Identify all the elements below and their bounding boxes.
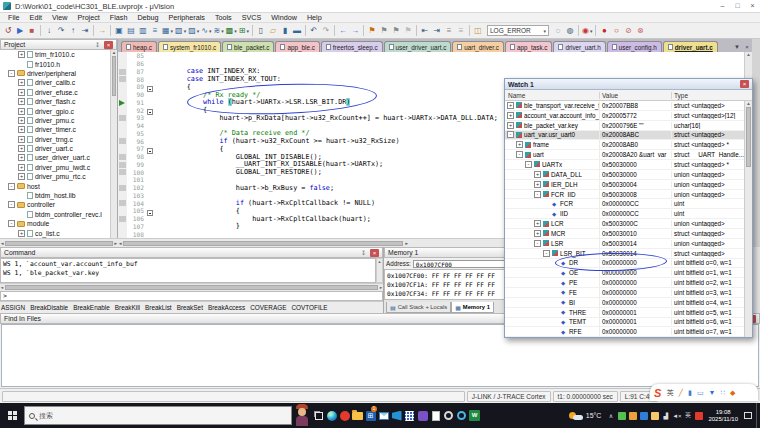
- close-icon[interactable]: ×: [740, 80, 749, 88]
- toolbox-icon[interactable]: ⊞ ▾: [238, 24, 250, 37]
- tree-item[interactable]: + trim_fr1010.c: [0, 50, 111, 59]
- expand-toggle-icon[interactable]: +: [534, 181, 541, 188]
- dropdown-caret-icon[interactable]: ▾: [590, 28, 593, 34]
- taskbar-clock[interactable]: 19:08 2025/11/10: [708, 409, 738, 423]
- document-app-icon[interactable]: [429, 403, 442, 428]
- expand-toggle-icon[interactable]: +: [18, 126, 25, 133]
- tray-app-icon[interactable]: [638, 403, 649, 428]
- tree-item[interactable]: + driver_pmu.c: [0, 116, 111, 125]
- menu-item[interactable]: Tools: [210, 13, 237, 23]
- expand-toggle-icon[interactable]: +: [534, 171, 541, 178]
- editor-tab[interactable]: heap.c: [121, 41, 157, 52]
- step-into-icon[interactable]: ↓ ▾: [43, 24, 55, 37]
- tree-item[interactable]: + driver_uart.c: [0, 144, 111, 153]
- tree-item[interactable]: btdm_host.lib: [0, 191, 111, 200]
- watch-row[interactable]: FE 0x00000000 uint bitfield o=3, w=1: [505, 288, 744, 298]
- gutter[interactable]: [118, 99, 127, 107]
- expand-toggle-icon[interactable]: +: [18, 164, 25, 171]
- gutter[interactable]: [118, 68, 127, 76]
- tree-item[interactable]: fr1010.h: [0, 59, 111, 68]
- find-in-files-icon[interactable]: ◫ ▾: [472, 24, 484, 37]
- tree-item[interactable]: - controller: [0, 200, 111, 209]
- weather-widget[interactable]: 15°C: [569, 412, 602, 420]
- analysis-window-icon[interactable]: ∿ ▾: [200, 24, 212, 37]
- media-app-icon[interactable]: [455, 403, 468, 428]
- editor-tab[interactable]: app_task.c: [505, 41, 552, 52]
- menu-item[interactable]: Peripherals: [164, 13, 210, 23]
- tree-item[interactable]: + driver_timer.c: [0, 125, 111, 134]
- menu-item[interactable]: File: [3, 13, 25, 23]
- tree-item[interactable]: + driver_pmu_iwdt.c: [0, 163, 111, 172]
- gutter[interactable]: [118, 137, 127, 145]
- watch-row[interactable]: TEMT 0x00000001 uint bitfield o=6, w=1: [505, 318, 744, 328]
- expand-toggle-icon[interactable]: +: [534, 230, 541, 237]
- column-header-type[interactable]: Type: [672, 92, 752, 99]
- step-over-icon[interactable]: ↷ ▾: [55, 24, 67, 37]
- tree-item[interactable]: + driver_flash.c: [0, 97, 111, 106]
- gutter[interactable]: [118, 199, 127, 207]
- open-folder-icon[interactable]: ▱ ▾: [267, 24, 279, 37]
- editor-tab[interactable]: user_config.h: [607, 41, 662, 52]
- column-header-name[interactable]: Name: [505, 92, 600, 99]
- menu-item[interactable]: Project: [72, 13, 104, 23]
- uncomment-icon[interactable]: ≡ ▾: [455, 24, 467, 37]
- address-input[interactable]: 0x1007CF00: [413, 260, 511, 268]
- watch-row[interactable]: + ble_transport_var.receive_fr... 0x2000…: [505, 101, 744, 111]
- gutter[interactable]: [118, 83, 127, 91]
- editor-tab[interactable]: system_fr1010.c: [158, 41, 221, 52]
- start-button[interactable]: [0, 403, 24, 428]
- gutter[interactable]: [118, 215, 127, 223]
- gutter[interactable]: [118, 192, 127, 200]
- maximize-button[interactable]: □: [730, 0, 745, 12]
- gutter[interactable]: [118, 130, 127, 138]
- menu-item[interactable]: Flash: [105, 13, 133, 23]
- expand-toggle-icon[interactable]: -: [8, 220, 15, 227]
- expand-toggle-icon[interactable]: -: [534, 191, 541, 198]
- new-file-icon[interactable]: ▯ ▾: [255, 24, 267, 37]
- task-view-icon[interactable]: [312, 403, 325, 428]
- bookmark-clear-icon[interactable]: ⚑ ▾: [402, 24, 414, 37]
- tree-item[interactable]: - host: [0, 181, 111, 190]
- gutter[interactable]: [118, 153, 127, 161]
- memory-content[interactable]: 0x1007CF00: FF FF FF FF FF FF0x1007CF1A:…: [384, 269, 513, 300]
- tree-item[interactable]: - module: [0, 219, 111, 228]
- file-explorer-icon[interactable]: [351, 403, 364, 428]
- skin-icon[interactable]: ◆: [730, 389, 735, 397]
- store-icon[interactable]: ⊞ 1: [364, 403, 377, 428]
- expand-toggle-icon[interactable]: +: [18, 79, 25, 86]
- variable-value[interactable]: 0x20008AB0: [600, 141, 672, 148]
- watch-row[interactable]: - FCR_IID 0x50030008 union <untagged>: [505, 190, 744, 200]
- watch-row[interactable]: - uart 0x20008A20 &uart_var struct __UAR…: [505, 150, 744, 160]
- gutter[interactable]: [118, 52, 127, 60]
- variable-value[interactable]: 0x20007BB8: [600, 102, 672, 109]
- dropdown-caret-icon[interactable]: ▾: [246, 28, 249, 34]
- variable-value[interactable]: 0x00000000: [600, 279, 672, 286]
- watch-row[interactable]: - uart_var.usr_uart0 0x20008ABC struct <…: [505, 131, 744, 141]
- memory-window-icon[interactable]: ▧ ▾: [174, 24, 187, 37]
- menu-item[interactable]: SVCS: [237, 13, 267, 23]
- red-app-icon[interactable]: [338, 403, 351, 428]
- command-button[interactable]: BreakSet: [177, 304, 203, 311]
- gutter[interactable]: [118, 184, 127, 192]
- tree-item[interactable]: + user_driver_uart.c: [0, 153, 111, 162]
- expand-toggle-icon[interactable]: -: [507, 131, 514, 138]
- breakpoint-insert-icon[interactable]: ● ▾: [598, 24, 610, 37]
- settings-gear-icon[interactable]: [442, 403, 455, 428]
- fold-margin[interactable]: [146, 78, 154, 96]
- avatar[interactable]: [292, 403, 312, 428]
- dropdown-caret-icon[interactable]: ▾: [184, 28, 187, 34]
- step-out-icon[interactable]: ↑ ▾: [67, 24, 79, 37]
- close-icon[interactable]: ×: [370, 249, 379, 257]
- sogou-logo-icon[interactable]: S: [654, 387, 661, 399]
- edge-browser-icon[interactable]: [325, 403, 338, 428]
- tree-item[interactable]: - driver/peripheral: [0, 69, 111, 78]
- indent-left-icon[interactable]: ⇤ ▾: [419, 24, 431, 37]
- dropdown-caret-icon[interactable]: ▾: [234, 28, 237, 34]
- trace-window-icon[interactable]: ≋ ▾: [212, 24, 224, 37]
- fold-margin[interactable]: [146, 202, 154, 220]
- watch-row[interactable]: + ble_packet_var.key 0x2000796E "" uchar…: [505, 121, 744, 131]
- expand-toggle-icon[interactable]: +: [18, 145, 25, 152]
- variable-value[interactable]: 0x00000000: [600, 289, 672, 296]
- expand-toggle-icon[interactable]: +: [18, 117, 25, 124]
- project-vertical-scrollbar[interactable]: ▲: [110, 50, 117, 238]
